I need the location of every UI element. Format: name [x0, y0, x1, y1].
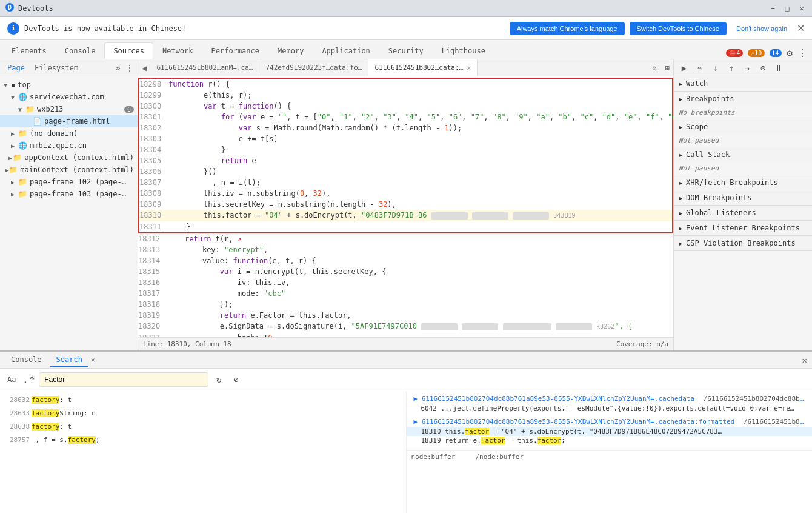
maximize-button[interactable]: □	[782, 3, 793, 14]
more-tabs-icon[interactable]: »	[116, 63, 121, 73]
dom-header[interactable]: ▶ DOM Breakpoints	[674, 190, 812, 205]
search-match[interactable]: 28633 factoryString: n	[0, 407, 406, 420]
code-line: 18304 }	[139, 144, 672, 155]
error-badge: ⛔4	[726, 49, 743, 57]
bottom-tab-search[interactable]: Search	[50, 353, 88, 367]
titlebar-text: Devtools	[18, 4, 53, 13]
bottom-tab-console[interactable]: Console	[5, 353, 48, 367]
step-btn[interactable]: →	[740, 61, 754, 75]
dont-show-button[interactable]: Don't show again	[731, 22, 792, 35]
bsr-match-18310[interactable]: 18310 this.factor = "04" + s.doEncrypt(t…	[407, 427, 813, 436]
step-out-btn[interactable]: ↑	[725, 61, 738, 75]
minimize-button[interactable]: −	[767, 3, 778, 14]
search-match[interactable]: 28638 factory: t	[0, 420, 406, 434]
bsr-file-group-2: ▶ 61166152451b802704dc88b761a89e53-8555-…	[407, 417, 813, 445]
tab-elements[interactable]: Elements	[2, 42, 56, 59]
search-input[interactable]	[39, 372, 208, 387]
match-language-button[interactable]: Always match Chrome's language	[510, 22, 625, 35]
bsr-match-18319[interactable]: 18319 return e.Factor = this.factor;	[407, 436, 813, 445]
code-line: 18315 var i = n.encrypt(t, this.secretKe…	[138, 266, 673, 277]
tab-performance[interactable]: Performance	[202, 42, 268, 59]
tree-item-page-frame[interactable]: 📄 page-frame.html	[0, 115, 138, 127]
file-tab-formatted2[interactable]: 61166152451b802…data:formatted ✕	[368, 59, 478, 76]
file-tree: ▼ ▪ top ▼ 🌐 servicewechat.com ▼ 📁 wxb213…	[0, 76, 138, 350]
csp-header[interactable]: ▶ CSP Violation Breakpoints	[674, 236, 812, 250]
tab-memory[interactable]: Memory	[268, 42, 313, 59]
titlebar: D Devtools − □ ✕	[0, 0, 812, 17]
tree-item-top[interactable]: ▼ ▪ top	[0, 79, 138, 91]
bsr-file-header-1[interactable]: ▶ 61166152451b802704dc88b761a89e53-8555-…	[407, 394, 813, 404]
tree-item-servicewechat[interactable]: ▼ 🌐 servicewechat.com	[0, 91, 138, 103]
file-tab-close[interactable]: ✕	[467, 64, 471, 72]
event-header[interactable]: ▶ Event Listener Breakpoints	[674, 221, 812, 235]
main-tabs: Elements Console Sources Network Perform…	[0, 40, 812, 59]
notification-close-button[interactable]: ✕	[797, 22, 805, 34]
tree-item-page-frame-103[interactable]: ▶ 📁 page-frame_103 (page-frame.ht…	[0, 188, 138, 200]
deactivate-breakpoints-btn[interactable]: ⊘	[756, 61, 770, 75]
close-button[interactable]: ✕	[796, 3, 807, 14]
tab-network[interactable]: Network	[153, 42, 202, 59]
file-tabs-more[interactable]: »	[648, 64, 662, 72]
code-line: 18314 value: function(e, t, r) {	[138, 255, 673, 266]
search-clear-icon[interactable]: ⊘	[229, 373, 242, 386]
call-stack-header[interactable]: ▶ Call Stack	[674, 147, 812, 162]
code-line: 18302 var s = Math.round(Math.random() *…	[139, 122, 672, 133]
scope-header[interactable]: ▶ Scope	[674, 119, 812, 134]
file-tab-cachedata[interactable]: 61166152451b802…anM=.cachedata	[150, 59, 259, 76]
step-into-btn[interactable]: ↓	[709, 61, 722, 75]
file-tabs-back[interactable]: ◀	[138, 63, 150, 73]
code-line: 18319 return e.Factor = this.factor,	[138, 310, 673, 321]
add-source-icon[interactable]: ⋮	[125, 63, 134, 73]
debug-toolbar: ▶ ↷ ↓ ↑ → ⊘ ⏸	[674, 59, 812, 76]
debug-sections: ▶ Watch ▶ Breakpoints No breakpoints ▶ S…	[674, 76, 812, 350]
tree-item-page-frame-102[interactable]: ▶ 📁 page-frame_102 (page-frame.ht…	[0, 176, 138, 188]
file-tab-formatted1[interactable]: 742efd91920223f…data:formatted	[259, 59, 368, 76]
tree-item-maincontext[interactable]: ▶ 📁 mainContext (context.html)	[0, 164, 138, 176]
tree-item-mmbiz[interactable]: ▶ 🌐 mmbiz.qpic.cn	[0, 139, 138, 152]
tree-item-no-domain[interactable]: ▶ 📁 (no domain)	[0, 127, 138, 139]
search-tab-close[interactable]: ✕	[91, 356, 95, 364]
tree-item-appcontext[interactable]: ▶ 📁 appContext (context.html)	[0, 152, 138, 164]
search-match[interactable]: 28632 factory: t	[0, 394, 406, 407]
tab-page[interactable]: Page	[4, 62, 28, 73]
code-line: 18320 e.SignData = s.doSignature(i, "5AF…	[138, 321, 673, 332]
code-line: 18308 this.iv = n.substring(0, 32),	[139, 188, 672, 199]
tab-filesystem[interactable]: Filesystem	[31, 62, 82, 73]
pause-on-exceptions-btn[interactable]: ⏸	[772, 61, 785, 75]
breakpoints-label: Breakpoints	[686, 95, 734, 103]
code-line: 18299 e(this, r);	[139, 90, 672, 101]
code-line: 18298 function r() {	[139, 79, 672, 90]
bsr-file-header-2[interactable]: ▶ 61166152451b802704dc88b761a89e53-8555-…	[407, 417, 813, 427]
tab-lighthouse[interactable]: Lighthouse	[433, 42, 494, 59]
breakpoints-header[interactable]: ▶ Breakpoints	[674, 92, 812, 106]
node-info: node:buffer /node:buffer	[407, 450, 813, 463]
tree-item-wxb213[interactable]: ▼ 📁 wxb213 6	[0, 103, 138, 115]
settings-icon[interactable]: ⚙	[787, 47, 793, 59]
file-tabs-end[interactable]: ⊞	[662, 64, 673, 72]
code-area[interactable]: 18298 function r() { 18299 e(this, r); 1…	[138, 76, 673, 337]
event-label: Event Listener Breakpoints	[686, 224, 800, 232]
tab-application[interactable]: Application	[313, 42, 379, 59]
bottom-panel-close[interactable]: ✕	[802, 355, 807, 365]
step-over-btn[interactable]: ↷	[693, 61, 707, 75]
tab-security[interactable]: Security	[379, 42, 433, 59]
csp-label: CSP Violation Breakpoints	[686, 239, 796, 247]
code-line: 18301 for (var e = "", t = ["0", "1", "2…	[139, 112, 672, 122]
search-match[interactable]: 28757 , f = s.factory;	[0, 434, 406, 447]
xhr-header[interactable]: ▶ XHR/fetch Breakpoints	[674, 175, 812, 190]
bsr-match-line-6042[interactable]: 6042 ...ject.defineProperty(exports,"__e…	[407, 404, 813, 413]
breakpoints-content: No breakpoints	[674, 106, 812, 119]
tab-sources[interactable]: Sources	[104, 42, 153, 59]
more-options-icon[interactable]: ⋮	[797, 47, 807, 59]
tab-console[interactable]: Console	[56, 42, 105, 59]
code-line-18310: 18310 this.factor = "04" + s.doEncrypt(t…	[139, 210, 672, 221]
search-refresh-icon[interactable]: ↻	[212, 373, 225, 386]
code-line: 18312 return t(r, ↗	[138, 233, 673, 244]
resume-btn[interactable]: ▶	[677, 61, 691, 75]
search-regex-icon[interactable]: .*	[22, 374, 35, 385]
watch-header[interactable]: ▶ Watch	[674, 76, 812, 91]
code-line: 18309 this.secretKey = n.substring(n.len…	[139, 199, 672, 210]
global-header[interactable]: ▶ Global Listeners	[674, 206, 812, 220]
switch-language-button[interactable]: Switch DevTools to Chinese	[630, 22, 727, 35]
search-aa-icon[interactable]: Aa	[5, 374, 18, 385]
